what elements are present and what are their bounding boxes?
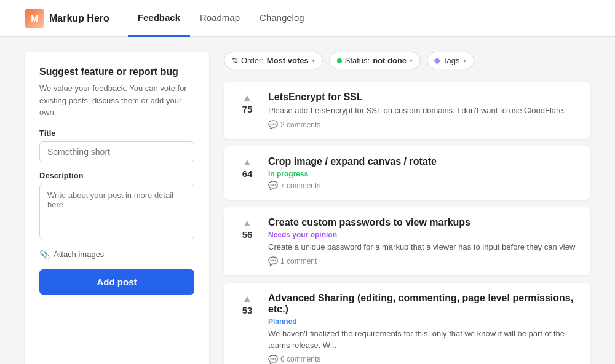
post-title: Create custom passwords to view markups (268, 217, 578, 228)
comment-count: 2 comments (280, 121, 320, 129)
upvote-arrow[interactable]: ▲ (242, 157, 252, 167)
panel-description: We value your feedback. You can vote for… (39, 82, 194, 119)
order-value: Most votes (267, 56, 309, 65)
post-title: Advanced Sharing (editing, commenting, p… (268, 293, 578, 315)
logo-icon: M (25, 9, 44, 28)
post-item: ▲ 64 Crop image / expand canvas / rotate… (224, 146, 590, 200)
chevron-down-icon: ▾ (312, 57, 315, 64)
title-input[interactable] (39, 141, 194, 162)
post-status: Needs your opinion (268, 231, 578, 239)
header: M Markup Hero Feedback Roadmap Changelog (0, 0, 615, 37)
upvote-arrow[interactable]: ▲ (242, 218, 252, 228)
post-title: Crop image / expand canvas / rotate (268, 156, 578, 167)
order-icon: ⇅ (232, 57, 238, 65)
filters-row: ⇅ Order: Most votes ▾ Status: not done ▾… (224, 52, 590, 69)
tags-label: Tags (443, 56, 459, 65)
post-item: ▲ 56 Create custom passwords to view mar… (224, 207, 590, 275)
post-item: ▲ 75 LetsEncrypt for SSL Please add Lets… (224, 82, 590, 139)
post-description: Create a unique password for a markup th… (268, 242, 578, 253)
vote-count: 75 (242, 104, 253, 114)
vote-count: 56 (242, 229, 253, 240)
vote-column: ▲ 64 (236, 156, 258, 190)
status-value: not done (373, 56, 407, 65)
post-comments[interactable]: 💬 2 comments (268, 120, 578, 129)
vote-column: ▲ 75 (236, 92, 258, 129)
post-status: In progress (268, 170, 578, 178)
post-body: Advanced Sharing (editing, commenting, p… (268, 293, 578, 363)
nav-item-feedback[interactable]: Feedback (128, 0, 190, 37)
comment-count: 6 comments (280, 355, 320, 363)
post-comments[interactable]: 💬 1 comment (268, 256, 578, 266)
status-dot-icon (337, 58, 342, 63)
panel-title: Suggest feature or report bug (39, 66, 194, 77)
chevron-down-icon: ▾ (410, 57, 413, 64)
comment-icon: 💬 (268, 120, 278, 129)
comment-icon: 💬 (268, 256, 278, 266)
upvote-arrow[interactable]: ▲ (242, 294, 252, 304)
posts-list: ▲ 75 LetsEncrypt for SSL Please add Lets… (224, 82, 590, 364)
post-comments[interactable]: 💬 6 comments (268, 355, 578, 364)
paperclip-icon: 📎 (39, 250, 50, 259)
nav-item-roadmap[interactable]: Roadmap (190, 0, 250, 37)
vote-column: ▲ 56 (236, 217, 258, 266)
vote-count: 64 (242, 168, 253, 179)
title-label: Title (39, 129, 194, 138)
post-item: ▲ 53 Advanced Sharing (editing, commenti… (224, 283, 590, 364)
post-body: LetsEncrypt for SSL Please add LetsEncry… (268, 92, 578, 129)
nav-item-changelog[interactable]: Changelog (250, 0, 314, 37)
post-body: Create custom passwords to view markups … (268, 217, 578, 266)
left-panel: Suggest feature or report bug We value y… (25, 52, 209, 364)
chevron-down-icon: ▾ (463, 57, 466, 64)
comment-count: 1 comment (280, 257, 317, 266)
comment-icon: 💬 (268, 355, 278, 364)
add-post-button[interactable]: Add post (39, 269, 194, 295)
order-label: Order: (241, 56, 264, 65)
upvote-arrow[interactable]: ▲ (242, 93, 252, 103)
post-description: Please add LetsEncrypt for SSL on custom… (268, 105, 578, 116)
description-textarea[interactable] (39, 184, 194, 239)
description-label: Description (39, 171, 194, 180)
tags-filter[interactable]: Tags ▾ (427, 52, 474, 69)
comment-count: 7 comments (280, 181, 320, 190)
attach-images-row[interactable]: 📎 Attach images (39, 250, 194, 259)
tag-icon (434, 57, 440, 64)
main-nav: Feedback Roadmap Changelog (128, 0, 314, 37)
comment-icon: 💬 (268, 181, 278, 190)
post-title: LetsEncrypt for SSL (268, 92, 578, 103)
post-comments[interactable]: 💬 7 comments (268, 181, 578, 190)
post-body: Crop image / expand canvas / rotate In p… (268, 156, 578, 190)
logo-text: Markup Hero (49, 13, 109, 24)
logo[interactable]: M Markup Hero (25, 9, 109, 28)
vote-column: ▲ 53 (236, 293, 258, 363)
vote-count: 53 (242, 305, 253, 315)
status-filter[interactable]: Status: not done ▾ (329, 52, 421, 69)
post-status: Planned (268, 317, 578, 326)
main-content: Suggest feature or report bug We value y… (0, 37, 615, 364)
post-description: We haven't finalized the requirements fo… (268, 328, 578, 350)
attach-label: Attach images (54, 250, 104, 259)
right-panel: ⇅ Order: Most votes ▾ Status: not done ▾… (224, 52, 590, 364)
status-label: Status: (345, 56, 370, 65)
order-filter[interactable]: ⇅ Order: Most votes ▾ (224, 52, 323, 69)
